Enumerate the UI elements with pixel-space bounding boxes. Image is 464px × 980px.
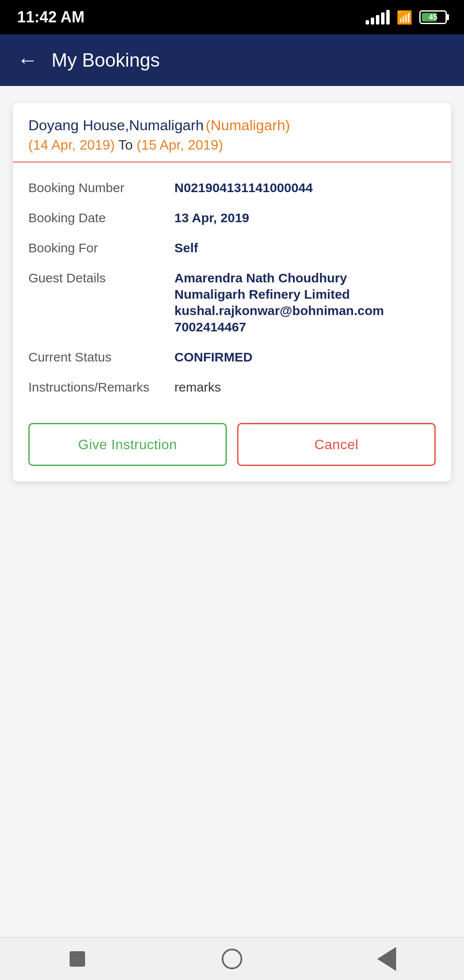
guest-details-label: Guest Details — [28, 271, 174, 285]
status-time: 11:42 AM — [17, 8, 85, 26]
booking-date-row: Booking Date 13 Apr, 2019 — [28, 203, 436, 233]
status-icons: 📶 45 — [366, 10, 447, 25]
app-header: ← My Bookings — [0, 34, 464, 86]
status-bar: 11:42 AM 📶 45 — [0, 0, 464, 34]
back-button[interactable]: ← — [17, 50, 38, 70]
booking-details: Booking Number N021904131141000044 Booki… — [13, 162, 451, 413]
property-name: Doyang House,Numaligarh — [28, 117, 204, 133]
property-info: Doyang House,Numaligarh (Numaligarh) — [28, 117, 436, 134]
booking-number-label: Booking Number — [28, 181, 174, 195]
signal-icon — [366, 10, 390, 24]
action-buttons: Give Instruction Cancel — [13, 413, 451, 481]
guest-phone: 7002414467 — [174, 320, 436, 334]
cancel-button[interactable]: Cancel — [237, 423, 436, 466]
current-status-label: Current Status — [28, 350, 174, 364]
nav-home-button[interactable] — [215, 942, 249, 976]
booking-number-row: Booking Number N021904131141000044 — [28, 173, 436, 203]
booking-date-value: 13 Apr, 2019 — [174, 211, 436, 225]
nav-back-button[interactable] — [369, 942, 404, 976]
guest-email: kushal.rajkonwar@bohniman.com — [174, 303, 436, 318]
current-status-value: CONFIRMED — [174, 350, 436, 364]
date-range: (14 Apr, 2019) To (15 Apr, 2019) — [28, 137, 436, 153]
page-title: My Bookings — [52, 49, 160, 71]
battery-icon: 45 — [419, 10, 447, 24]
stop-icon — [70, 951, 85, 967]
property-location: (Numaligarh) — [206, 117, 290, 133]
instructions-row: Instructions/Remarks remarks — [28, 372, 436, 402]
card-header: Doyang House,Numaligarh (Numaligarh) (14… — [13, 103, 451, 162]
guest-details-row: Guest Details Amarendra Nath Choudhury N… — [28, 263, 436, 342]
main-content: Doyang House,Numaligarh (Numaligarh) (14… — [0, 86, 464, 937]
instructions-label: Instructions/Remarks — [28, 380, 174, 395]
guest-company: Numaligarh Refinery Limited — [174, 287, 436, 302]
date-to: (15 Apr, 2019) — [137, 137, 223, 153]
current-status-row: Current Status CONFIRMED — [28, 342, 436, 372]
booking-number-value: N021904131141000044 — [174, 181, 436, 195]
bottom-nav — [0, 937, 464, 980]
give-instruction-button[interactable]: Give Instruction — [28, 423, 227, 466]
date-from: (14 Apr, 2019) — [28, 137, 115, 153]
wifi-icon: 📶 — [397, 10, 412, 25]
guest-name: Amarendra Nath Choudhury — [174, 271, 436, 285]
booking-card: Doyang House,Numaligarh (Numaligarh) (14… — [13, 103, 451, 481]
home-icon — [222, 949, 242, 969]
booking-date-label: Booking Date — [28, 211, 174, 225]
date-to-label: To — [118, 137, 133, 153]
booking-for-value: Self — [174, 241, 436, 255]
guest-details-value: Amarendra Nath Choudhury Numaligarh Refi… — [174, 271, 436, 334]
booking-for-label: Booking For — [28, 241, 174, 255]
instructions-value: remarks — [174, 380, 436, 395]
nav-stop-button[interactable] — [60, 942, 95, 976]
booking-for-row: Booking For Self — [28, 233, 436, 263]
back-icon — [377, 947, 396, 971]
